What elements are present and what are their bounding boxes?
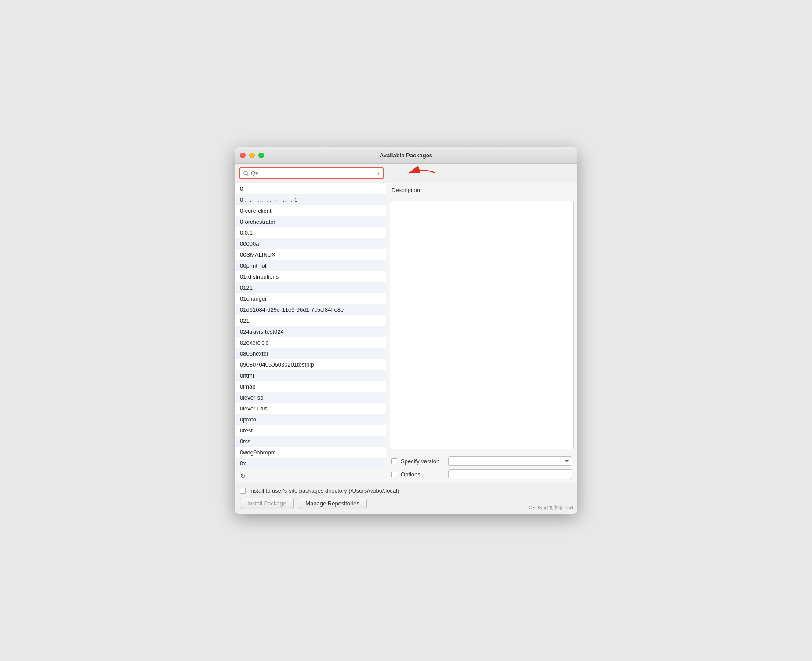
list-item[interactable]: 00000a (235, 238, 386, 249)
main-content: 00-._.-._.-._.-._.-._.-._.-00-core-clien… (235, 183, 577, 483)
specify-version-checkbox[interactable] (392, 458, 397, 464)
install-package-button[interactable]: Install Package (240, 498, 294, 509)
footer: Install to user's site packages director… (235, 483, 577, 514)
refresh-icon[interactable]: ↻ (240, 472, 246, 480)
description-header: Description (386, 183, 577, 197)
window-title: Available Packages (380, 152, 432, 159)
search-box[interactable]: ▾ (239, 167, 384, 179)
list-item[interactable]: 090807040506030201testpip (235, 359, 386, 370)
list-item[interactable]: 0lever-utils (235, 403, 386, 414)
options-input[interactable] (448, 469, 572, 479)
list-item[interactable]: 01-distributions (235, 271, 386, 282)
options-checkbox[interactable] (392, 472, 397, 477)
main-window: Available Packages ▾ (235, 147, 577, 514)
arrow-annotation (386, 164, 439, 183)
title-bar: Available Packages (235, 147, 577, 164)
list-item[interactable]: 0-core-client (235, 205, 386, 216)
options-row: Options (392, 469, 572, 479)
list-item[interactable]: 0-orchestrator (235, 216, 386, 227)
list-item[interactable]: 0x (235, 458, 386, 469)
list-item[interactable]: 021 (235, 315, 386, 326)
list-item[interactable]: 0rss (235, 436, 386, 447)
list-item[interactable]: 0-._.-._.-._.-._.-._.-._.-0 (235, 194, 386, 205)
list-item[interactable]: 0proto (235, 414, 386, 425)
install-path-label: Install to user's site packages director… (249, 487, 399, 494)
options-label: Options (401, 471, 445, 478)
install-path-row: Install to user's site packages director… (240, 487, 572, 494)
description-pane: Description Specify version Options (386, 183, 577, 483)
list-item[interactable]: 024travis-test024 (235, 326, 386, 337)
search-input[interactable] (251, 170, 375, 177)
list-item[interactable]: 0805nexter (235, 348, 386, 359)
list-item[interactable]: 00print_lol (235, 260, 386, 271)
list-item[interactable]: 0.0.1 (235, 227, 386, 238)
options-section: Specify version Options (386, 453, 577, 483)
description-text-area (390, 201, 574, 449)
close-button[interactable] (240, 153, 246, 158)
search-icon (243, 171, 249, 176)
list-item[interactable]: 0wdg9nbmpm (235, 447, 386, 458)
list-item[interactable]: 0lever-so (235, 392, 386, 403)
list-bottom-bar: ↻ (235, 469, 386, 483)
specify-version-row: Specify version (392, 456, 572, 466)
toolbar: ▾ (235, 164, 577, 183)
specify-version-label: Specify version (401, 458, 445, 465)
list-item[interactable]: 01d61084-d29e-11e9-96d1-7c5cf84ffe8e (235, 304, 386, 315)
manage-repositories-button[interactable]: Manage Repositories (298, 498, 367, 509)
list-item[interactable]: 00SMALINUX (235, 249, 386, 260)
list-item[interactable]: 0rest (235, 425, 386, 436)
list-item[interactable]: 0imap (235, 381, 386, 392)
list-item[interactable]: 01changer (235, 293, 386, 304)
list-item[interactable]: 0121 (235, 282, 386, 293)
minimize-button[interactable] (249, 153, 255, 158)
package-list: 00-._.-._.-._.-._.-._.-._.-00-core-clien… (235, 183, 386, 469)
install-path-checkbox[interactable] (240, 488, 246, 494)
package-list-pane: 00-._.-._.-._.-._.-._.-._.-00-core-clien… (235, 183, 386, 483)
traffic-lights (240, 153, 264, 158)
svg-point-0 (244, 171, 247, 175)
list-item[interactable]: 02exercicio (235, 337, 386, 348)
version-select[interactable] (448, 456, 572, 466)
maximize-button[interactable] (258, 153, 264, 158)
list-item[interactable]: 0 (235, 183, 386, 194)
buttons-row: Install Package Manage Repositories (240, 498, 572, 509)
list-item[interactable]: 0html (235, 370, 386, 381)
search-dropdown-icon[interactable]: ▾ (377, 171, 380, 176)
svg-line-1 (247, 174, 249, 176)
watermark: CSDN @初学者_swl (529, 505, 573, 511)
